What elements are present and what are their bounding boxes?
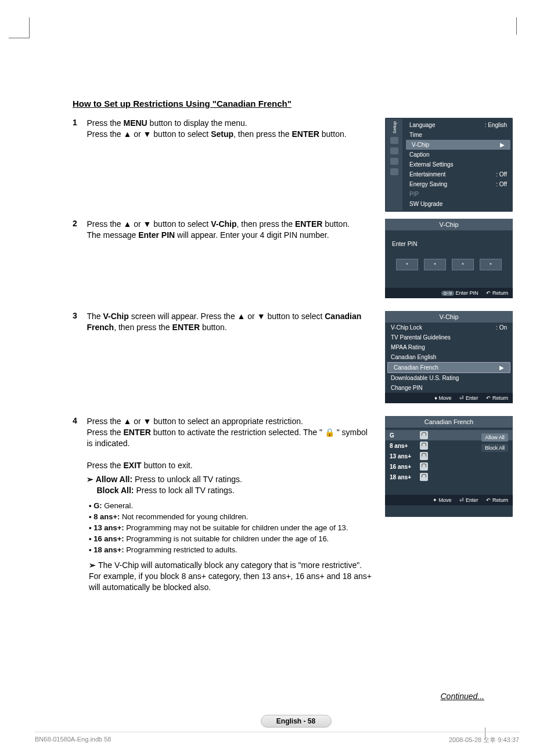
step-number: 4: [73, 416, 84, 425]
menu-item[interactable]: Time: [404, 130, 513, 140]
step-number: 1: [73, 118, 84, 127]
input-icon: [390, 158, 398, 165]
crop-mark: [516, 17, 519, 35]
osd-canadian-french: Canadian French G 8 ans+ 13 ans+ 16 ans+…: [385, 416, 513, 517]
page-label: English - 58: [261, 715, 332, 728]
rating-row[interactable]: 13 ans+: [385, 451, 513, 461]
move-hint: ✦ Move: [433, 497, 452, 503]
menu-item-selected[interactable]: Canadian French▶: [387, 362, 510, 373]
menu-item-selected[interactable]: V-Chip▶: [406, 140, 510, 150]
pin-digit[interactable]: *: [396, 259, 418, 270]
menu-item[interactable]: Change PIN: [385, 383, 513, 393]
section-title: How to Set up Restrictions Using "Canadi…: [73, 99, 519, 108]
lock-icon: [420, 452, 428, 460]
rating-row[interactable]: 18 ans+: [385, 472, 513, 482]
brush-icon: [390, 137, 398, 144]
menu-item[interactable]: MPAA Rating: [385, 342, 513, 352]
step-text: The V-Chip screen will appear. Press the…: [87, 311, 371, 333]
ratings-list: G: General. 8 ans+: Not recommended for …: [89, 501, 375, 555]
step-text: Press the ▲ or ▼ button to select V-Chip…: [87, 219, 371, 241]
lock-icon: [420, 462, 428, 471]
menu-item[interactable]: Caption: [404, 150, 513, 160]
osd-enter-pin: V-Chip Enter PIN * * * * 0~9 Enter PIN ↶…: [385, 219, 513, 298]
return-hint: ↶ Return: [486, 395, 508, 401]
osd-setup-menu: Setup Language: English Time V-Chip▶ Cap…: [385, 118, 513, 212]
crop-mark: [9, 17, 30, 38]
menu-item[interactable]: V-Chip Lock: On: [385, 323, 513, 332]
rating-row[interactable]: 16 ans+: [385, 461, 513, 472]
osd-title: V-Chip: [385, 311, 513, 323]
pin-digit[interactable]: *: [424, 259, 446, 270]
enter-hint: ⏎ Enter: [459, 395, 478, 401]
menu-item[interactable]: Downloadable U.S. Rating: [385, 373, 513, 383]
move-hint: ♦ Move: [434, 395, 451, 401]
osd-vchip-menu: V-Chip V-Chip Lock: On TV Parental Guide…: [385, 311, 513, 403]
osd-tab-label: Setup: [392, 121, 397, 133]
note-text: The V-Chip will automatically block any …: [89, 560, 372, 592]
menu-item[interactable]: External Settings: [404, 160, 513, 169]
menu-item[interactable]: Language: English: [404, 120, 513, 130]
menu-item[interactable]: Canadian English: [385, 352, 513, 362]
menu-item-disabled: PIP: [404, 189, 513, 199]
menu-item[interactable]: SW Upgrade: [404, 199, 513, 209]
footer-left: BN68-01580A-Eng.indb 58: [35, 736, 111, 744]
page-footer: BN68-01580A-Eng.indb 58 2008-05-28 오후 9:…: [35, 732, 519, 744]
step-text: Press the ▲ or ▼ button to select an app…: [87, 416, 371, 496]
step-number: 3: [73, 311, 84, 320]
footer-right: 2008-05-28 오후 9:43:37: [449, 736, 519, 744]
lock-icon: [420, 473, 428, 481]
allow-all-button[interactable]: Allow All: [481, 433, 508, 442]
return-hint: ↶ Return: [486, 497, 508, 503]
return-hint: ↶ Return: [486, 290, 508, 296]
chevron-right-icon: ▶: [500, 142, 505, 148]
osd-title: Canadian French: [385, 416, 513, 428]
pin-label: Enter PIN: [385, 230, 513, 252]
gear-icon: [390, 147, 398, 154]
app-icon: [390, 168, 398, 175]
step-number: 2: [73, 219, 84, 228]
block-all-button[interactable]: Block All: [481, 444, 508, 452]
continued-label: Continued...: [73, 692, 484, 701]
enter-hint: ⏎ Enter: [459, 497, 478, 503]
menu-item[interactable]: Entertainment: Off: [404, 169, 513, 179]
step-text: Press the MENU button to display the men…: [87, 118, 371, 140]
menu-item[interactable]: TV Parental Guidelines: [385, 332, 513, 342]
pin-digit[interactable]: *: [452, 259, 474, 270]
lock-icon: [420, 431, 428, 439]
pin-digit[interactable]: *: [480, 259, 502, 270]
chevron-right-icon: ▶: [499, 364, 504, 371]
key-hint: 0~9: [441, 291, 454, 296]
lock-icon: [420, 442, 428, 450]
osd-title: V-Chip: [385, 219, 513, 230]
menu-item[interactable]: Energy Saving: Off: [404, 179, 513, 189]
